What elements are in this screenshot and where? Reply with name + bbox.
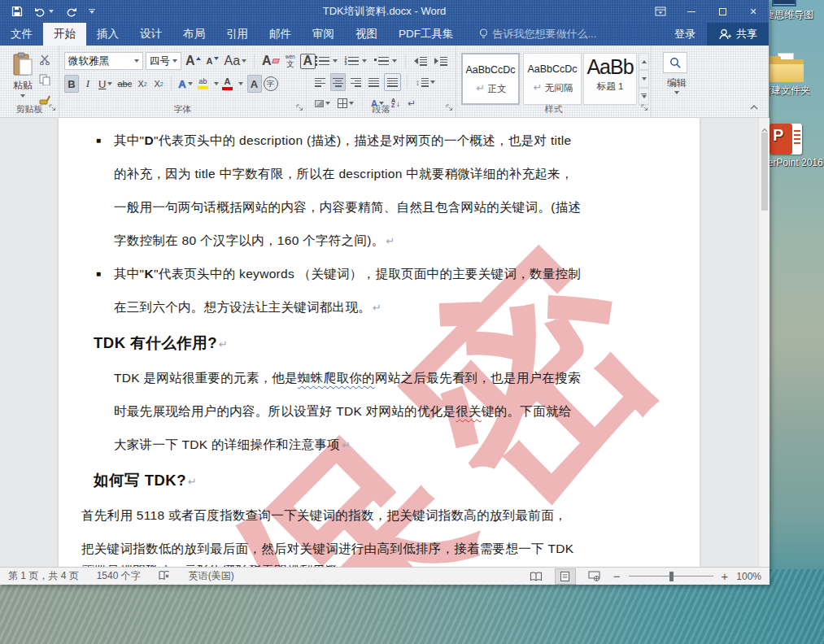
para2-line3-clipped[interactable]: 需要呈现的格式，最好先做好相关的规划思路 bbox=[59, 565, 700, 567]
close-button[interactable]: × bbox=[738, 0, 769, 23]
tab-mailings[interactable]: 邮件 bbox=[259, 23, 302, 46]
tab-review[interactable]: 审阅 bbox=[302, 23, 345, 46]
clipboard-dialog-launcher[interactable] bbox=[49, 100, 56, 115]
paragraph-dialog-launcher[interactable] bbox=[446, 100, 453, 115]
editing-label[interactable]: 编辑 bbox=[652, 76, 702, 90]
tab-design[interactable]: 设计 bbox=[129, 23, 172, 46]
bullet1-line2[interactable]: 的补充，因为 title 中字数有限，所以在 description 中就要稍微… bbox=[59, 157, 700, 190]
para1-line3[interactable]: 大家讲一下 TDK 的详细操作和注意事项↵ bbox=[59, 428, 700, 461]
font-name-combo[interactable]: 微软雅黑 bbox=[64, 52, 143, 70]
vertical-scrollbar[interactable] bbox=[758, 118, 770, 567]
align-center-button[interactable] bbox=[330, 73, 346, 91]
align-right-button[interactable] bbox=[348, 73, 364, 91]
align-left-button[interactable] bbox=[312, 73, 328, 91]
print-layout-icon[interactable] bbox=[555, 568, 576, 585]
change-case-button[interactable]: Aa bbox=[223, 52, 249, 70]
zoom-in-button[interactable]: + bbox=[722, 570, 729, 582]
proofing-error-icon[interactable] bbox=[159, 570, 171, 583]
undo-dropdown-caret[interactable] bbox=[49, 10, 54, 13]
subscript-button[interactable]: X2 bbox=[135, 75, 150, 93]
sign-in-button[interactable]: 登录 bbox=[663, 23, 707, 46]
styles-dialog-launcher[interactable] bbox=[641, 100, 648, 115]
para2-line1[interactable]: 首先利用 5118 或者百度指数查询一下关键词的指数，把关键词指数高的放到最前面… bbox=[59, 498, 700, 532]
font-color-dropdown[interactable] bbox=[238, 82, 243, 85]
style-card-normal[interactable]: AaBbCcDc ↵ 正文 bbox=[461, 53, 520, 105]
bullet-list-button[interactable] bbox=[312, 52, 340, 70]
web-layout-icon[interactable] bbox=[584, 568, 605, 585]
zoom-slider-thumb[interactable] bbox=[669, 572, 674, 581]
font-color-button[interactable]: A bbox=[220, 75, 235, 93]
bullet1-line1[interactable]: ■ 其中"D"代表页头中的 description (描述)，描述是对网页的一个… bbox=[59, 124, 700, 157]
tab-insert[interactable]: 插入 bbox=[86, 23, 129, 46]
tab-references[interactable]: 引用 bbox=[216, 23, 259, 46]
ribbon-display-options-icon[interactable] bbox=[645, 0, 676, 23]
styles-scroll-up-icon[interactable] bbox=[639, 53, 649, 70]
copy-icon[interactable] bbox=[39, 74, 51, 89]
para1-line2[interactable]: 时最先展现给用户的内容。所以设置好 TDK 对网站的优化是很关键的。下面就给 bbox=[59, 394, 700, 428]
tab-file[interactable]: 文件 bbox=[0, 23, 43, 46]
bullet2-line2[interactable]: 在三到六个内。想方设法让主关键词都出现。↵ bbox=[59, 290, 700, 324]
customize-qat-icon[interactable] bbox=[89, 9, 95, 14]
share-button[interactable]: 共享 bbox=[707, 23, 769, 46]
font-dialog-launcher[interactable] bbox=[296, 100, 303, 115]
text-effects-button[interactable]: A bbox=[177, 75, 194, 93]
shrink-font-button[interactable]: A bbox=[205, 52, 220, 70]
page-indicator[interactable]: 第 1 页，共 4 页 bbox=[8, 569, 79, 583]
decrease-indent-button[interactable] bbox=[412, 52, 429, 70]
strikethrough-button[interactable]: abc bbox=[116, 75, 133, 93]
para2-line2[interactable]: 把关键词指数低的放到最后面，然后对关键词进行由高到低排序，接着需要想一下 TDK bbox=[59, 532, 700, 565]
style-card-heading1[interactable]: AaBb 标题 1 bbox=[583, 53, 637, 105]
find-button[interactable] bbox=[663, 52, 687, 73]
grow-font-button[interactable]: A bbox=[184, 52, 203, 70]
bullet1-line3[interactable]: 一般用一句两句话概括网站的内容，内容要精简、自然且包含网站的关键词。(描述 bbox=[59, 190, 700, 224]
highlight-button[interactable]: ab bbox=[196, 75, 211, 93]
heading-tdk-purpose[interactable]: TDK 有什么作用?↵ bbox=[59, 325, 700, 361]
styles-scroll-down-icon[interactable] bbox=[639, 70, 649, 87]
collapse-ribbon-icon[interactable] bbox=[749, 99, 759, 114]
character-shading-button[interactable]: A bbox=[247, 75, 262, 93]
justify-button[interactable] bbox=[366, 73, 381, 91]
styles-gallery-scroll[interactable] bbox=[639, 53, 649, 105]
bullet1-line4[interactable]: 字数控制在 80 个汉字以内，160 个字符之间)。↵ bbox=[59, 224, 700, 257]
language-indicator[interactable]: 英语(美国) bbox=[189, 569, 234, 583]
enclose-characters-button[interactable]: 字 bbox=[264, 76, 278, 91]
bullet2-line1[interactable]: ■ 其中"K"代表页头中的 keywords （关键词），提取页面中的主要关键词… bbox=[59, 257, 700, 290]
line-spacing-button[interactable]: ↕ bbox=[413, 73, 438, 91]
style-card-no-spacing[interactable]: AaBbCcDc ↵ 无间隔 bbox=[523, 53, 582, 105]
save-icon[interactable] bbox=[11, 6, 23, 17]
tab-view[interactable]: 视图 bbox=[345, 23, 388, 46]
clear-formatting-button[interactable]: A bbox=[260, 52, 281, 70]
redo-icon[interactable] bbox=[65, 7, 77, 17]
minimize-button[interactable] bbox=[676, 0, 707, 23]
cut-icon[interactable] bbox=[39, 54, 51, 68]
tell-me-box[interactable]: 告诉我您想要做什么... bbox=[464, 23, 597, 46]
para1-line1[interactable]: TDK 是网站很重要的元素，他是蜘蛛爬取你的网站之后最先看到，也是用户在搜索 bbox=[59, 361, 700, 394]
tab-pdf-tools[interactable]: PDF工具集 bbox=[388, 23, 464, 46]
paste-button[interactable]: 粘贴 bbox=[5, 52, 41, 98]
zoom-out-button[interactable]: − bbox=[613, 570, 621, 582]
tab-home[interactable]: 开始 bbox=[43, 23, 86, 46]
zoom-level[interactable]: 100% bbox=[736, 571, 761, 582]
maximize-button[interactable] bbox=[707, 0, 738, 23]
numbered-list-button[interactable]: 123 bbox=[342, 52, 370, 70]
font-size-combo[interactable]: 四号 bbox=[146, 52, 181, 70]
zoom-slider[interactable] bbox=[629, 568, 713, 585]
distribute-button[interactable] bbox=[384, 73, 401, 91]
document-page[interactable]: 保密 ■ 其中"D"代表页头中的 description (描述)，描述是对网页… bbox=[59, 118, 700, 567]
undo-icon[interactable] bbox=[34, 7, 54, 17]
word-count[interactable]: 1540 个字 bbox=[97, 569, 141, 583]
superscript-button[interactable]: X2 bbox=[151, 75, 166, 93]
increase-indent-button[interactable] bbox=[432, 52, 450, 70]
highlight-dropdown[interactable] bbox=[214, 82, 219, 85]
scrollbar-thumb[interactable] bbox=[761, 133, 768, 211]
read-mode-icon[interactable] bbox=[525, 568, 547, 585]
phonetic-guide-button[interactable]: wén 文 bbox=[283, 52, 298, 70]
multilevel-list-button[interactable] bbox=[372, 52, 399, 70]
underline-button[interactable]: U bbox=[97, 75, 114, 93]
heading-how-to-write[interactable]: 如何写 TDK?↵ bbox=[59, 463, 700, 498]
tab-layout[interactable]: 布局 bbox=[172, 23, 216, 46]
italic-button[interactable]: I bbox=[81, 75, 95, 93]
ribbon: 粘贴 剪贴板 bbox=[0, 46, 769, 118]
editing-dropdown-caret[interactable] bbox=[674, 91, 679, 94]
bold-button[interactable]: B bbox=[64, 75, 79, 93]
